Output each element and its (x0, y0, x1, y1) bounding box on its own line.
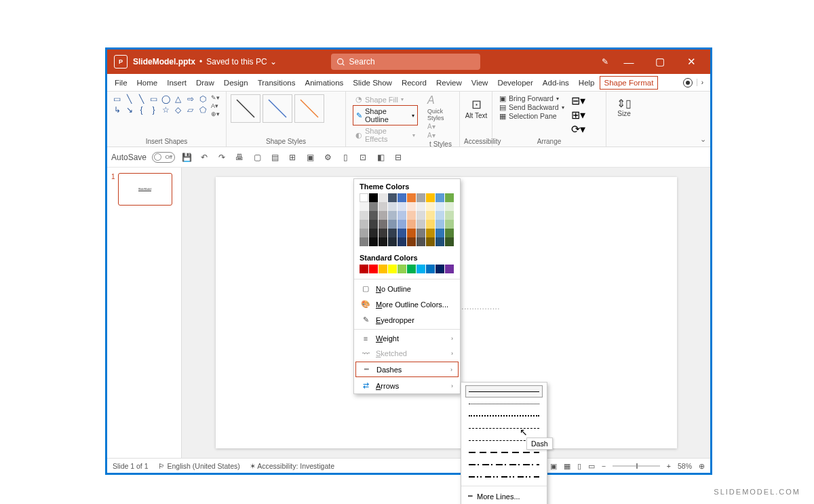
pen-outline-icon: ✎ (356, 111, 362, 120)
minimize-button[interactable]: — (618, 54, 640, 70)
qat-icon-3[interactable]: ▤ (269, 153, 281, 162)
no-outline-item[interactable]: ▢No Outline (354, 281, 460, 296)
arrows-item[interactable]: ⇄Arrows› (354, 378, 460, 393)
shapes-gallery[interactable]: ▭╲╲▭◯△⇨⬡ ↳↘{}☆◇▱⬠ (111, 94, 208, 117)
tab-review[interactable]: Review (431, 75, 467, 90)
quick-styles-button[interactable]: A (427, 94, 455, 106)
selection-pane-button[interactable]: ▦Selection Pane (497, 112, 567, 120)
zoom-level[interactable]: 58% (678, 462, 692, 470)
dashes-item[interactable]: ┅Dashes› (355, 362, 459, 377)
tab-addins[interactable]: Add-ins (538, 75, 574, 90)
tab-file[interactable]: File (110, 75, 132, 90)
tab-design[interactable]: Design (219, 75, 253, 90)
group-button[interactable]: ⊞▾ (571, 109, 585, 121)
bring-forward-icon: ▣ (499, 94, 506, 102)
color-swatch[interactable] (407, 265, 416, 273)
tab-developer[interactable]: Developer (492, 75, 537, 90)
more-colors-item[interactable]: 🎨More Outline Colors... (354, 296, 460, 312)
undo-icon[interactable]: ↶ (198, 153, 210, 162)
standard-color-row[interactable] (354, 265, 460, 277)
text-fill-icon[interactable]: A▾ (427, 123, 435, 130)
tab-insert[interactable]: Insert (162, 75, 191, 90)
tab-transitions[interactable]: Transitions (253, 75, 301, 90)
text-box-icon[interactable]: A▾ (211, 102, 220, 109)
send-backward-button[interactable]: ▤Send Backward▾ (497, 103, 567, 111)
fit-to-window-icon[interactable]: ⊕ (699, 462, 705, 470)
edit-shape-icon[interactable]: ✎▾ (211, 94, 220, 101)
slide-counter[interactable]: Slide 1 of 1 (113, 462, 149, 470)
record-icon[interactable] (683, 78, 693, 88)
tab-home[interactable]: Home (132, 75, 163, 90)
color-swatch[interactable] (360, 265, 368, 273)
view-reading-icon[interactable]: ▯ (577, 462, 581, 470)
shape-effects-button[interactable]: ◐Shape Effects▾ (353, 126, 418, 144)
color-swatch[interactable] (388, 265, 397, 273)
dash-round-dot[interactable] (465, 398, 543, 410)
view-sorter-icon[interactable]: ▦ (564, 462, 570, 470)
qat-icon-5[interactable]: ▣ (304, 153, 316, 162)
redo-icon[interactable]: ↷ (216, 153, 228, 162)
accessibility-status[interactable]: ✶ Accessibility: Investigate (250, 462, 334, 470)
weight-item[interactable]: ≡Weight› (354, 331, 460, 346)
save-icon[interactable]: 💾 (180, 153, 193, 162)
qat-icon-10[interactable]: ⊟ (392, 153, 404, 162)
more-lines-item[interactable]: ┅More Lines... (461, 489, 547, 503)
color-swatch[interactable] (369, 265, 378, 273)
autosave-toggle[interactable]: Off (152, 152, 175, 163)
color-swatch[interactable] (426, 265, 435, 273)
save-status: Saved to this PC (206, 57, 267, 66)
tab-view[interactable]: View (467, 75, 493, 90)
view-slideshow-icon[interactable]: ▭ (588, 462, 595, 470)
dash-dash[interactable] (465, 422, 543, 434)
size-icon[interactable]: ⇕▯ (617, 98, 632, 109)
qat-icon-1[interactable]: 🖶 (233, 153, 246, 162)
maximize-button[interactable]: ▢ (649, 54, 671, 70)
zoom-slider[interactable] (613, 465, 660, 467)
close-button[interactable]: ✕ (680, 54, 702, 70)
qat-icon-7[interactable]: ▯ (339, 153, 351, 162)
color-swatch[interactable] (435, 265, 444, 273)
color-swatch[interactable] (445, 265, 454, 273)
dash-square-dot[interactable] (465, 410, 543, 422)
tab-animations[interactable]: Animations (300, 75, 348, 90)
color-swatch[interactable] (416, 265, 425, 273)
slide-thumbnail-1[interactable]: SlideModel (118, 173, 172, 206)
qat-icon-4[interactable]: ⊞ (286, 153, 298, 162)
merge-shapes-icon[interactable]: ⊕▾ (211, 111, 220, 117)
chevron-down-icon[interactable]: ⌄ (270, 57, 277, 66)
shape-style-gallery[interactable] (231, 94, 341, 123)
qat-icon-2[interactable]: ▢ (251, 153, 263, 162)
pen-icon[interactable]: ✎ (602, 57, 608, 66)
color-swatch[interactable] (398, 265, 406, 273)
dash-solid[interactable] (465, 385, 543, 398)
shape-fill-button[interactable]: ◔Shape Fill▾ (353, 94, 418, 104)
thumb-number: 1 (111, 173, 115, 206)
align-button[interactable]: ⊟▾ (571, 94, 585, 107)
bring-forward-button[interactable]: ▣Bring Forward▾ (497, 94, 567, 102)
color-swatch[interactable] (379, 265, 387, 273)
ribbon-collapse-button[interactable]: ⌄ (700, 135, 706, 144)
dash-long-dash-dot[interactable] (465, 459, 543, 471)
tab-overflow-button[interactable]: › (697, 79, 703, 86)
language-status[interactable]: 🏳 English (United States) (158, 462, 240, 470)
zoom-out-button[interactable]: − (602, 462, 606, 470)
eyedropper-item[interactable]: ✎Eyedropper (354, 312, 460, 328)
search-input[interactable]: Search (331, 54, 480, 70)
theme-color-grid[interactable] (354, 193, 460, 250)
shape-outline-button[interactable]: ✎Shape Outline▾ (353, 105, 418, 125)
zoom-in-button[interactable]: + (667, 462, 671, 470)
tab-record[interactable]: Record (397, 75, 431, 90)
tab-draw[interactable]: Draw (191, 75, 219, 90)
alt-text-button[interactable]: ⊡ Alt Text (464, 94, 488, 119)
text-outline-icon[interactable]: A▾ (427, 132, 435, 139)
tab-shape-format[interactable]: Shape Format (600, 76, 659, 90)
dash-long-dash-dot-dot[interactable] (465, 471, 543, 483)
rotate-button[interactable]: ⟳▾ (571, 123, 585, 136)
standard-colors-label: Standard Colors (354, 250, 460, 265)
tab-help[interactable]: Help (574, 75, 600, 90)
qat-icon-9[interactable]: ◧ (374, 153, 387, 162)
qat-icon-6[interactable]: ⚙ (322, 153, 334, 162)
tab-slideshow[interactable]: Slide Show (348, 75, 397, 90)
view-normal-icon[interactable]: ▣ (550, 462, 557, 470)
qat-icon-8[interactable]: ⊡ (357, 153, 369, 162)
